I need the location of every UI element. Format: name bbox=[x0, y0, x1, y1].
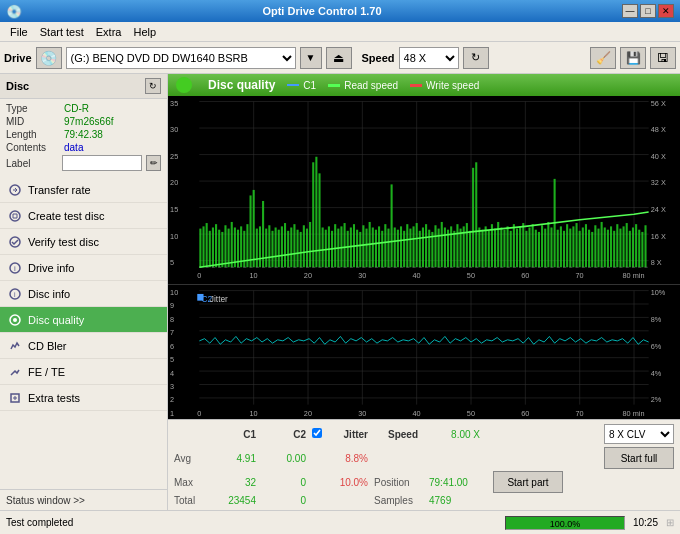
svg-rect-175 bbox=[597, 229, 599, 268]
sidebar-item-drive-info[interactable]: i Drive info bbox=[0, 255, 167, 281]
svg-rect-181 bbox=[616, 224, 618, 267]
svg-point-1 bbox=[10, 211, 20, 221]
svg-rect-130 bbox=[456, 224, 458, 267]
stats-avg-row: Avg 4.91 0.00 8.8% Start full bbox=[174, 447, 674, 469]
type-value: CD-R bbox=[64, 103, 89, 114]
sidebar-item-disc-quality[interactable]: Disc quality bbox=[0, 307, 167, 333]
max-label: Max bbox=[174, 477, 212, 488]
minimize-button[interactable]: — bbox=[622, 4, 638, 18]
c1-header: C1 bbox=[212, 429, 262, 440]
sidebar-item-extra-tests[interactable]: Extra tests bbox=[0, 385, 167, 411]
menu-start-test[interactable]: Start test bbox=[34, 24, 90, 40]
svg-rect-176 bbox=[601, 222, 603, 267]
svg-text:5: 5 bbox=[170, 258, 174, 267]
drive-icon-btn[interactable]: 💿 bbox=[36, 47, 62, 69]
svg-rect-124 bbox=[438, 229, 440, 268]
sidebar-item-verify-test-disc[interactable]: Verify test disc bbox=[0, 229, 167, 255]
length-label: Length bbox=[6, 129, 64, 140]
create-test-disc-label: Create test disc bbox=[28, 210, 104, 222]
erase-btn[interactable]: 🧹 bbox=[590, 47, 616, 69]
chart-header: Disc quality C1 Read speed Write speed bbox=[168, 74, 680, 96]
status-resize-icon: ⊞ bbox=[666, 517, 674, 528]
svg-rect-69 bbox=[265, 229, 267, 268]
charts-container: 35 30 25 20 15 10 5 56 X 48 X 40 X 32 X … bbox=[168, 96, 680, 419]
svg-rect-78 bbox=[293, 224, 295, 267]
stats-total-row: Total 23454 0 Samples 4769 bbox=[174, 495, 674, 506]
sidebar-item-create-test-disc[interactable]: Create test disc bbox=[0, 203, 167, 229]
drive-arrow-btn[interactable]: ▼ bbox=[300, 47, 322, 69]
stats-panel: C1 C2 Jitter Speed 8.00 X 8 X CLV Avg 4.… bbox=[168, 419, 680, 510]
svg-rect-110 bbox=[394, 227, 396, 267]
svg-rect-139 bbox=[485, 226, 487, 267]
svg-rect-112 bbox=[400, 226, 402, 267]
svg-text:56 X: 56 X bbox=[651, 99, 666, 108]
start-full-button[interactable]: Start full bbox=[604, 447, 674, 469]
drive-select[interactable]: (G:) BENQ DVD DD DW1640 BSRB bbox=[66, 47, 296, 69]
speed-select[interactable]: 48 X bbox=[399, 47, 459, 69]
disc-refresh-btn[interactable]: ↻ bbox=[145, 78, 161, 94]
legend-c1-color bbox=[287, 84, 299, 86]
menu-help[interactable]: Help bbox=[127, 24, 162, 40]
svg-rect-71 bbox=[271, 231, 273, 267]
jitter-header: Jitter bbox=[324, 429, 374, 440]
svg-rect-138 bbox=[481, 230, 483, 268]
speed-confirm-btn[interactable]: ↻ bbox=[463, 47, 489, 69]
menu-extra[interactable]: Extra bbox=[90, 24, 128, 40]
svg-text:30: 30 bbox=[170, 125, 178, 134]
save-btn[interactable]: 🖫 bbox=[650, 47, 676, 69]
svg-rect-134 bbox=[469, 231, 471, 267]
avg-label: Avg bbox=[174, 453, 212, 464]
samples-value: 4769 bbox=[429, 495, 489, 506]
cd-bler-icon bbox=[8, 339, 22, 353]
svg-text:40 X: 40 X bbox=[651, 152, 666, 161]
close-button[interactable]: ✕ bbox=[658, 4, 674, 18]
svg-rect-76 bbox=[287, 231, 289, 267]
svg-text:25: 25 bbox=[170, 152, 178, 161]
max-jitter: 10.0% bbox=[324, 477, 374, 488]
svg-rect-115 bbox=[409, 229, 411, 268]
start-part-button[interactable]: Start part bbox=[493, 471, 563, 493]
mid-label: MID bbox=[6, 116, 64, 127]
speed-mode-select[interactable]: 8 X CLV bbox=[604, 424, 674, 444]
disc-info-label: Disc info bbox=[28, 288, 70, 300]
svg-rect-164 bbox=[563, 231, 565, 267]
label-edit-btn[interactable]: ✏ bbox=[146, 155, 161, 171]
svg-rect-103 bbox=[372, 227, 374, 267]
legend-read-speed: Read speed bbox=[328, 80, 398, 91]
label-input[interactable] bbox=[62, 155, 142, 171]
svg-rect-182 bbox=[619, 229, 621, 268]
speed-value: 8.00 X bbox=[424, 429, 484, 440]
sidebar-item-transfer-rate[interactable]: Transfer rate bbox=[0, 177, 167, 203]
svg-rect-53 bbox=[215, 224, 217, 267]
verify-test-disc-icon bbox=[8, 235, 22, 249]
svg-rect-150 bbox=[519, 226, 521, 267]
sidebar-item-cd-bler[interactable]: CD Bler bbox=[0, 333, 167, 359]
svg-rect-160 bbox=[550, 227, 552, 267]
svg-rect-167 bbox=[572, 226, 574, 267]
maximize-button[interactable]: □ bbox=[640, 4, 656, 18]
eject-btn[interactable]: ⏏ bbox=[326, 47, 352, 69]
svg-rect-162 bbox=[557, 230, 559, 268]
burn-btn[interactable]: 💾 bbox=[620, 47, 646, 69]
svg-text:50: 50 bbox=[467, 408, 475, 417]
progress-label: 100.0% bbox=[506, 517, 624, 531]
svg-rect-147 bbox=[510, 231, 512, 267]
svg-rect-166 bbox=[569, 229, 571, 268]
jitter-checkbox[interactable] bbox=[312, 428, 322, 438]
menu-file[interactable]: File bbox=[4, 24, 34, 40]
svg-rect-100 bbox=[362, 225, 364, 267]
status-window-btn[interactable]: Status window >> bbox=[6, 495, 85, 506]
sidebar-item-fe-te[interactable]: FE / TE bbox=[0, 359, 167, 385]
svg-rect-49 bbox=[202, 226, 204, 267]
svg-rect-165 bbox=[566, 224, 568, 267]
sidebar-item-disc-info[interactable]: i Disc info bbox=[0, 281, 167, 307]
svg-rect-131 bbox=[460, 229, 462, 268]
svg-rect-118 bbox=[419, 231, 421, 267]
svg-rect-54 bbox=[218, 230, 220, 268]
speed-label: Speed bbox=[362, 52, 395, 64]
svg-rect-95 bbox=[347, 231, 349, 267]
svg-rect-144 bbox=[500, 227, 502, 267]
svg-rect-104 bbox=[375, 230, 377, 268]
svg-rect-120 bbox=[425, 224, 427, 267]
svg-rect-48 bbox=[199, 229, 201, 268]
